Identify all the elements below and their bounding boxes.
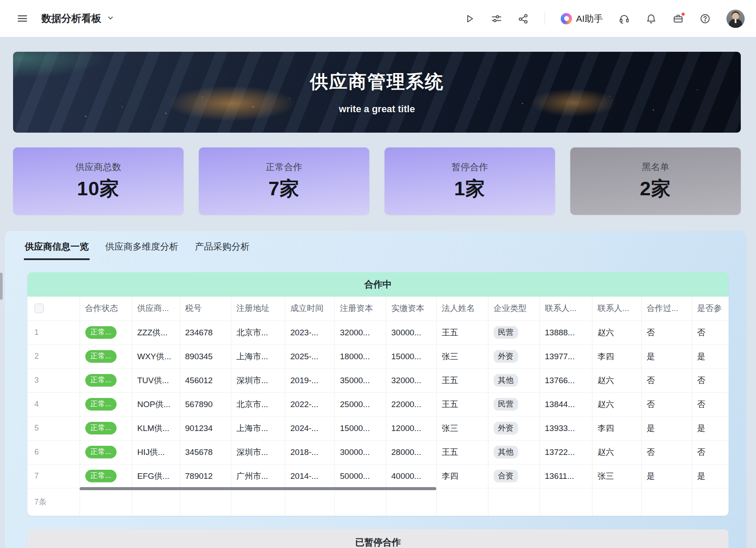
cell[interactable]: 13977... xyxy=(539,344,592,368)
cell[interactable]: 赵六 xyxy=(592,392,641,416)
tab-2[interactable]: 供应商多维度分析 xyxy=(104,237,179,260)
cell[interactable]: 否 xyxy=(641,392,692,416)
cell[interactable]: WXY供... xyxy=(132,344,180,368)
cell[interactable]: 李四 xyxy=(436,464,488,488)
cell[interactable]: 否 xyxy=(641,321,692,344)
cell[interactable]: 15000... xyxy=(386,344,436,368)
cell[interactable]: 32000... xyxy=(335,321,386,344)
cell[interactable]: 25000... xyxy=(335,392,386,416)
column-header-12[interactable]: 合作过... xyxy=(641,297,692,321)
row-number[interactable]: 3 xyxy=(27,368,80,392)
ai-assistant-button[interactable]: AI助手 xyxy=(561,13,603,25)
cell[interactable]: 外资 xyxy=(488,344,539,368)
cell[interactable]: 13722... xyxy=(539,440,592,464)
cell[interactable]: 正常... xyxy=(80,344,132,368)
support-button[interactable] xyxy=(619,13,630,24)
workbench-button[interactable] xyxy=(672,13,684,24)
cell[interactable]: 北京市... xyxy=(231,321,285,344)
column-header-1[interactable]: 合作状态 xyxy=(80,297,132,321)
cell[interactable]: 30000... xyxy=(386,321,436,344)
cell[interactable]: 2022-... xyxy=(285,392,335,416)
column-header-7[interactable]: 实缴资本 xyxy=(386,297,436,321)
cell[interactable]: 张三 xyxy=(436,344,488,368)
cell[interactable]: 广州市... xyxy=(231,464,285,488)
cell[interactable]: 王五 xyxy=(436,368,488,392)
cell[interactable]: 上海市... xyxy=(231,416,285,440)
cell[interactable]: 李四 xyxy=(592,344,641,368)
tab-3[interactable]: 产品采购分析 xyxy=(194,237,251,260)
page-scrollbar[interactable] xyxy=(0,273,3,300)
cell[interactable]: 2014-... xyxy=(285,464,335,488)
row-number[interactable]: 2 xyxy=(27,344,80,368)
cell[interactable]: 否 xyxy=(641,368,692,392)
cell[interactable]: 赵六 xyxy=(592,321,641,344)
cell[interactable]: 2023-... xyxy=(285,321,335,344)
notifications-button[interactable] xyxy=(646,13,657,24)
cell[interactable]: 890345 xyxy=(180,344,231,368)
cell[interactable]: 18000... xyxy=(335,344,386,368)
cell[interactable]: 是 xyxy=(692,464,729,488)
cell[interactable]: 35000... xyxy=(335,368,386,392)
cell[interactable]: 正常... xyxy=(80,440,132,464)
cell[interactable]: 王五 xyxy=(436,440,488,464)
cell[interactable]: 是 xyxy=(692,416,729,440)
cell[interactable]: 深圳市... xyxy=(231,368,285,392)
cell[interactable]: 13888... xyxy=(539,321,592,344)
cell[interactable]: 12000... xyxy=(386,416,436,440)
row-number[interactable]: 7 xyxy=(27,464,80,488)
cell[interactable]: KLM供... xyxy=(132,416,180,440)
cell[interactable]: 40000... xyxy=(386,464,436,488)
cell[interactable]: 民营 xyxy=(488,392,539,416)
cell[interactable]: 否 xyxy=(692,368,729,392)
cell[interactable]: 赵六 xyxy=(592,440,641,464)
cell[interactable]: 901234 xyxy=(180,416,231,440)
cell[interactable]: 13933... xyxy=(539,416,592,440)
cell[interactable]: 是 xyxy=(641,464,692,488)
cell[interactable]: 张三 xyxy=(436,416,488,440)
cell[interactable]: 2019-... xyxy=(285,368,335,392)
settings-button[interactable] xyxy=(491,13,502,24)
cell[interactable]: 外资 xyxy=(488,416,539,440)
cell[interactable]: 13611... xyxy=(539,464,592,488)
cell[interactable]: 2024-... xyxy=(285,416,335,440)
cell[interactable]: 是 xyxy=(641,344,692,368)
cell[interactable]: 28000... xyxy=(386,440,436,464)
cell[interactable]: 深圳市... xyxy=(231,440,285,464)
column-header-13[interactable]: 是否参 xyxy=(692,297,729,321)
cell[interactable]: 22000... xyxy=(386,392,436,416)
cell[interactable]: 30000... xyxy=(335,440,386,464)
cell[interactable]: 13766... xyxy=(539,368,592,392)
row-number[interactable]: 1 xyxy=(27,321,80,344)
column-header-2[interactable]: 供应商... xyxy=(132,297,180,321)
cell[interactable]: 否 xyxy=(692,392,729,416)
column-header-8[interactable]: 法人姓名 xyxy=(436,297,488,321)
cell[interactable]: 15000... xyxy=(335,416,386,440)
cell[interactable]: 合资 xyxy=(488,464,539,488)
cell[interactable]: EFG供... xyxy=(132,464,180,488)
cell[interactable]: 正常... xyxy=(80,392,132,416)
cell[interactable]: 456012 xyxy=(180,368,231,392)
cell[interactable]: 789012 xyxy=(180,464,231,488)
row-number[interactable]: 4 xyxy=(27,392,80,416)
cell[interactable]: ZZZ供... xyxy=(132,321,180,344)
cell[interactable]: 50000... xyxy=(335,464,386,488)
cell[interactable]: 234678 xyxy=(180,321,231,344)
column-header-11[interactable]: 联系人... xyxy=(592,297,641,321)
cell[interactable]: 张三 xyxy=(592,464,641,488)
cell[interactable]: TUV供... xyxy=(132,368,180,392)
cell[interactable]: 正常... xyxy=(80,416,132,440)
cell[interactable]: NOP供... xyxy=(132,392,180,416)
cell[interactable]: 北京市... xyxy=(231,392,285,416)
column-header-3[interactable]: 税号 xyxy=(180,297,231,321)
column-header-10[interactable]: 联系人... xyxy=(539,297,592,321)
horizontal-scrollbar[interactable] xyxy=(80,487,436,490)
row-number[interactable]: 6 xyxy=(27,440,80,464)
row-number[interactable]: 5 xyxy=(27,416,80,440)
share-button[interactable] xyxy=(518,13,529,24)
cell[interactable]: 王五 xyxy=(436,321,488,344)
column-header-4[interactable]: 注册地址 xyxy=(231,297,285,321)
cell[interactable]: 否 xyxy=(692,440,729,464)
cell[interactable]: 345678 xyxy=(180,440,231,464)
dashboard-title-button[interactable]: 数据分析看板 xyxy=(41,12,114,25)
cell[interactable]: 否 xyxy=(641,440,692,464)
